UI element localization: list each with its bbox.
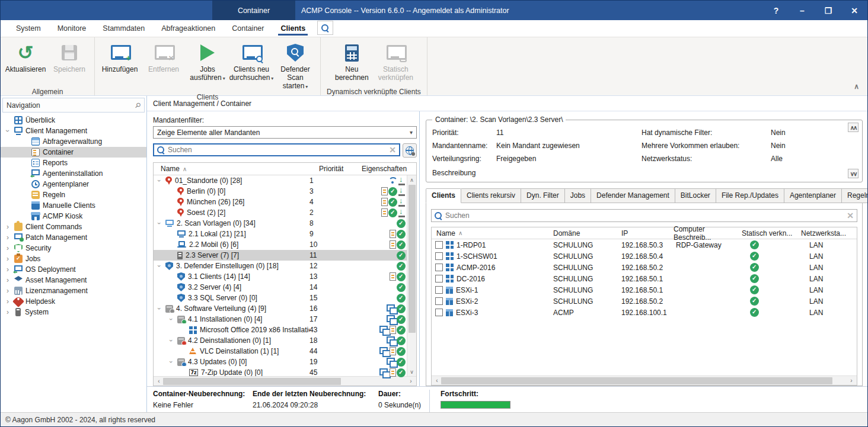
- chevron-collapsed-icon[interactable]: ›: [4, 233, 11, 242]
- tree-row[interactable]: 3.1 Clients (14) [14]13: [154, 271, 407, 282]
- client-row[interactable]: ESXi-2SCHULUNG192.168.50.2LAN: [432, 296, 857, 307]
- mandant-filter-select[interactable]: Zeige Elemente aller Mandanten ▾: [153, 126, 417, 139]
- sidebar-item-client-management[interactable]: ›Client Management: [1, 126, 146, 136]
- checkbox[interactable]: [435, 264, 443, 271]
- collapse-info-button[interactable]: ∧∧: [848, 123, 859, 132]
- tree-row[interactable]: München (26) [26]4: [154, 197, 407, 207]
- tab-agentenplaner[interactable]: Agentenplaner: [784, 188, 842, 203]
- scroll-right-icon[interactable]: ›: [407, 378, 415, 384]
- sidebar-item-lizenzmanagement[interactable]: ›Lizenzmanagement: [1, 285, 146, 296]
- sidebar-item-agenteninstallation[interactable]: Agenteninstallation: [1, 168, 146, 179]
- help-button[interactable]: ?: [763, 1, 789, 20]
- client-row[interactable]: 1-RDP01SCHULUNG192.168.50.3RDP-GatewayLA…: [432, 239, 857, 251]
- aktualisieren-button[interactable]: ↺Aktualisieren: [4, 40, 47, 86]
- titlebar-context-tab[interactable]: Container: [212, 1, 295, 20]
- tab-jobs[interactable]: Jobs: [565, 188, 591, 203]
- scrollbar-thumb[interactable]: [441, 377, 832, 384]
- jobs-button[interactable]: Jobsausführen▾: [186, 40, 229, 86]
- tree-horizontal-scrollbar[interactable]: ‹ ›: [154, 376, 416, 386]
- sidebar-item-client-commands[interactable]: ›Client Commands: [1, 221, 146, 232]
- tab-defender-management[interactable]: Defender Management: [591, 188, 675, 203]
- neu-button[interactable]: Neuberechnen: [330, 40, 373, 86]
- close-button[interactable]: ✕: [841, 1, 867, 20]
- tree-row[interactable]: ›2. Scan Vorlagen (0) [34]8: [154, 218, 407, 229]
- tree-row[interactable]: ›4.1 Installationen (0) [4]17: [154, 314, 407, 325]
- menu-item-stammdaten[interactable]: Stammdaten: [94, 20, 153, 37]
- scroll-left-icon[interactable]: ‹: [155, 378, 163, 384]
- chevron-collapsed-icon[interactable]: ›: [4, 276, 11, 284]
- chevron-collapsed-icon[interactable]: ›: [4, 308, 11, 316]
- sidebar-item-acmp-kiosk[interactable]: ACMP Kiosk: [1, 211, 146, 221]
- sidebar-item-reports[interactable]: Reports: [1, 158, 146, 168]
- scroll-left-icon[interactable]: ‹: [433, 377, 441, 384]
- ribbon-collapse-icon[interactable]: ∧: [854, 82, 859, 91]
- chevron-collapsed-icon[interactable]: ›: [4, 255, 11, 263]
- clients-horizontal-scrollbar[interactable]: ‹ ›: [432, 375, 857, 385]
- maximize-button[interactable]: ❐: [815, 1, 841, 20]
- tree-row[interactable]: ›4. Software Verteilung (4) [9]16: [154, 303, 407, 314]
- tab-clients-rekursiv[interactable]: Clients rekursiv: [461, 188, 521, 203]
- tree-row[interactable]: VLC Deinstallation (1) [1]44: [154, 346, 407, 357]
- col-domain[interactable]: Domäne: [553, 229, 621, 237]
- chevron-expanded-icon[interactable]: ›: [168, 316, 175, 323]
- clients-neu-button[interactable]: Clients neudurchsuchen▾: [230, 40, 273, 86]
- scroll-down-icon[interactable]: ∨: [410, 367, 414, 376]
- minimize-button[interactable]: –: [789, 1, 815, 20]
- tree-column-props[interactable]: Eigenschaften: [362, 163, 416, 175]
- sidebar-item-regeln[interactable]: Regeln: [1, 190, 146, 200]
- chevron-collapsed-icon[interactable]: ›: [4, 244, 11, 252]
- checkbox[interactable]: [435, 297, 443, 305]
- scroll-right-icon[interactable]: ›: [847, 377, 856, 384]
- sidebar-item-container[interactable]: Container: [1, 147, 146, 158]
- sidebar-item-helpdesk[interactable]: ›Helpdesk: [1, 296, 146, 307]
- client-row[interactable]: ACMP-2016SCHULUNG192.168.50.2LAN: [432, 262, 857, 273]
- tab-bitlocker[interactable]: BitLocker: [675, 188, 716, 203]
- client-row[interactable]: DC-2016SCHULUNG192.168.50.1LAN: [432, 273, 857, 284]
- scrollbar-thumb[interactable]: [409, 185, 416, 333]
- checkbox[interactable]: [435, 252, 443, 260]
- chevron-collapsed-icon[interactable]: ›: [4, 223, 11, 231]
- scrollbar-thumb[interactable]: [163, 378, 341, 385]
- col-name[interactable]: Name ∧: [432, 229, 553, 237]
- checkbox[interactable]: [435, 241, 443, 249]
- sidebar-item-security[interactable]: ›Security: [1, 243, 146, 253]
- chevron-expanded-icon[interactable]: ›: [168, 338, 175, 344]
- menu-item-abfrageaktionen[interactable]: Abfrageaktionen: [153, 20, 224, 37]
- scroll-up-icon[interactable]: ∧: [410, 175, 414, 184]
- chevron-collapsed-icon[interactable]: ›: [4, 297, 11, 306]
- chevron-collapsed-icon[interactable]: ›: [4, 265, 11, 274]
- clear-search-icon[interactable]: ✕: [847, 211, 854, 220]
- clear-search-icon[interactable]: ✕: [389, 146, 396, 154]
- col-network[interactable]: Netzwerksta...: [801, 229, 857, 237]
- sidebar-item-agentenplaner[interactable]: Agentenplaner: [1, 179, 146, 190]
- tree-column-name[interactable]: Name ∧: [154, 163, 319, 175]
- chevron-collapsed-icon[interactable]: ›: [4, 287, 11, 295]
- tree-row[interactable]: 3.3 SQL Server (0) [0]15: [154, 293, 407, 303]
- sidebar-item-patch-management[interactable]: ›Patch Management: [1, 232, 146, 243]
- checkbox[interactable]: [435, 286, 443, 294]
- tree-row[interactable]: Berlin (0) [0]3: [154, 186, 407, 197]
- tree-row[interactable]: Microsoft Office 2019 x86 Installation..…: [154, 325, 407, 335]
- col-static[interactable]: Statisch verkn...: [742, 229, 801, 237]
- col-ip[interactable]: IP: [621, 229, 674, 237]
- menu-item-system[interactable]: System: [8, 20, 49, 37]
- tree-row[interactable]: 2.3 Server (7) [7]11: [154, 250, 407, 261]
- tree-row[interactable]: ›3. Defender Einstellugen (0) [18]12: [154, 261, 407, 271]
- checkbox[interactable]: [435, 275, 443, 282]
- sidebar-item-os-deployment[interactable]: ›OS Deployment: [1, 264, 146, 275]
- tree-row[interactable]: Soest (2) [2]2: [154, 207, 407, 218]
- tab-regeln[interactable]: Regeln: [842, 188, 868, 203]
- tree-row[interactable]: 2.2 Mobil (6) [6]10: [154, 239, 407, 250]
- sidebar-item-abfrageverwaltung[interactable]: Abfrageverwaltung: [1, 136, 146, 147]
- chevron-expanded-icon[interactable]: ›: [168, 359, 175, 365]
- menu-search-button[interactable]: [317, 21, 333, 35]
- tab-dyn-filter[interactable]: Dyn. Filter: [521, 188, 565, 203]
- tab-clients[interactable]: Clients: [426, 188, 461, 203]
- tree-column-prio[interactable]: Priorität: [319, 163, 362, 175]
- sidebar-item-manuelle-clients[interactable]: Manuelle Clients: [1, 200, 146, 211]
- sidebar-item-asset-management[interactable]: ›Asset Management: [1, 275, 146, 285]
- menu-item-clients[interactable]: Clients: [272, 20, 314, 37]
- tree-row[interactable]: 3.2 Server (4) [4]14: [154, 282, 407, 293]
- tab-file-rep-updates[interactable]: File Rep./Updates: [716, 188, 784, 203]
- client-row[interactable]: 1-SCHSW01SCHULUNG192.168.50.4LAN: [432, 251, 857, 262]
